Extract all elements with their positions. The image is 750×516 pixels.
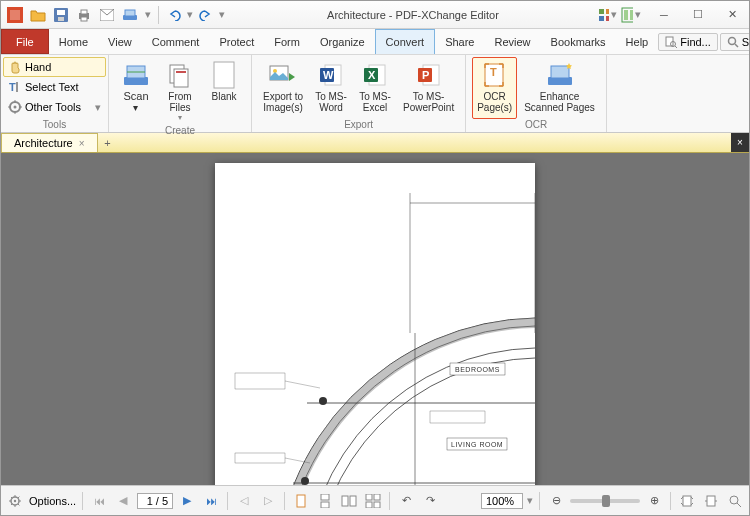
open-icon[interactable] [28,5,48,25]
app-icon[interactable] [5,5,25,25]
export-images-button[interactable]: Export to Image(s) [258,57,308,119]
svg-rect-3 [58,17,64,21]
svg-line-19 [675,46,677,48]
svg-rect-12 [599,16,604,21]
ui-options-icon[interactable]: ▾ [597,5,617,25]
file-menu[interactable]: File [1,29,49,54]
layout-facing-cont-icon[interactable] [363,491,383,511]
enhance-scanned-button[interactable]: Enhance Scanned Pages [519,57,600,119]
options-gear-icon[interactable] [5,491,25,511]
tabstrip-close-icon[interactable]: × [731,133,749,152]
scan-button[interactable]: Scan▾ [115,57,157,125]
menu-bookmarks[interactable]: Bookmarks [541,29,616,54]
minimize-button[interactable]: ─ [647,4,681,26]
mail-icon[interactable] [97,5,117,25]
svg-rect-47 [551,66,569,78]
hand-tool[interactable]: Hand [3,57,106,77]
doc-tab-close-icon[interactable]: × [79,138,85,149]
menu-comment[interactable]: Comment [142,29,210,54]
save-icon[interactable] [51,5,71,25]
zoom-slider[interactable] [570,499,640,503]
menu-convert[interactable]: Convert [375,29,436,54]
layout-icon[interactable]: ▾ [621,5,641,25]
svg-rect-16 [630,10,633,20]
other-tools[interactable]: Other Tools▾ [3,97,106,117]
svg-rect-84 [374,502,380,508]
new-tab-button[interactable]: + [98,133,118,152]
zoom-out-icon[interactable]: ⊖ [546,491,566,511]
svg-rect-15 [624,10,628,20]
window-title: Architecture - PDF-XChange Editor [229,9,597,21]
svg-rect-32 [214,62,234,88]
blank-button[interactable]: Blank [203,57,245,125]
menu-review[interactable]: Review [484,29,540,54]
document-canvas[interactable]: BEDROOMS LIVING ROOM BASEMENT [1,153,749,485]
page-number-input[interactable]: 1 / 5 [137,493,173,509]
doc-tab[interactable]: Architecture× [1,133,98,152]
zoom-actual-icon[interactable] [725,491,745,511]
svg-text:X: X [368,69,376,81]
svg-rect-83 [366,502,372,508]
menu-help[interactable]: Help [616,29,659,54]
menu-share[interactable]: Share [435,29,484,54]
fit-width-icon[interactable] [701,491,721,511]
zoom-in-icon[interactable]: ⊕ [644,491,664,511]
prev-page-icon[interactable]: ◀ [113,491,133,511]
scan-qat-icon[interactable] [120,5,140,25]
svg-rect-82 [374,494,380,500]
svg-point-25 [14,106,17,109]
search-button[interactable]: Search... [720,33,750,51]
doc-tabstrip: Architecture× + × [1,133,749,153]
svg-rect-6 [81,17,87,21]
to-ppt-button[interactable]: PTo MS- PowerPoint [398,57,459,119]
menu-view[interactable]: View [98,29,142,54]
titlebar: ▾ ▾ ▾ Architecture - PDF-XChange Editor … [1,1,749,29]
menu-organize[interactable]: Organize [310,29,375,54]
zoom-input[interactable]: 100% [481,493,523,509]
export-group: Export to Image(s) WTo MS- Word XTo MS- … [252,55,466,132]
svg-rect-77 [321,494,329,500]
svg-rect-31 [176,71,186,73]
nav-back-icon[interactable]: ◁ [234,491,254,511]
menu-home[interactable]: Home [49,29,98,54]
maximize-button[interactable]: ☐ [681,4,715,26]
from-files-button[interactable]: From Files▾ [159,57,201,125]
nav-fwd-icon[interactable]: ▷ [258,491,278,511]
print-icon[interactable] [74,5,94,25]
select-text-tool[interactable]: TSelect Text [3,78,106,96]
svg-text:T: T [9,81,16,93]
ribbon: Hand TSelect Text Other Tools▾ Tools Sca… [1,55,749,133]
svg-rect-9 [125,10,135,16]
options-label[interactable]: Options... [29,495,76,507]
layout-facing-icon[interactable] [339,491,359,511]
svg-rect-67 [430,411,485,423]
svg-rect-63 [235,453,285,463]
find-button[interactable]: Find... [658,33,718,51]
last-page-icon[interactable]: ⏭ [201,491,221,511]
ocr-group: TOCR Page(s) Enhance Scanned Pages OCR [466,55,607,132]
svg-text:T: T [490,66,497,78]
layout-continuous-icon[interactable] [315,491,335,511]
rotate-cw-icon[interactable]: ↷ [420,491,440,511]
rotate-ccw-icon[interactable]: ↶ [396,491,416,511]
svg-point-20 [728,37,735,44]
statusbar: Options... ⏮ ◀ 1 / 5 ▶ ⏭ ◁ ▷ ↶ ↷ 100% ▾ … [1,485,749,515]
svg-line-21 [735,44,738,47]
to-word-button[interactable]: WTo MS- Word [310,57,352,119]
fit-page-icon[interactable] [677,491,697,511]
menu-form[interactable]: Form [264,29,310,54]
layout-single-icon[interactable] [291,491,311,511]
next-page-icon[interactable]: ▶ [177,491,197,511]
to-excel-button[interactable]: XTo MS- Excel [354,57,396,119]
svg-rect-61 [235,373,285,389]
undo-icon[interactable] [164,5,184,25]
ocr-pages-button[interactable]: TOCR Page(s) [472,57,517,119]
redo-icon[interactable] [196,5,216,25]
menu-protect[interactable]: Protect [209,29,264,54]
close-button[interactable]: ✕ [715,4,749,26]
quick-access-toolbar: ▾ ▾ ▾ [1,5,229,25]
svg-rect-11 [606,9,609,14]
export-label: Export [258,119,459,130]
svg-rect-5 [81,10,87,14]
first-page-icon[interactable]: ⏮ [89,491,109,511]
